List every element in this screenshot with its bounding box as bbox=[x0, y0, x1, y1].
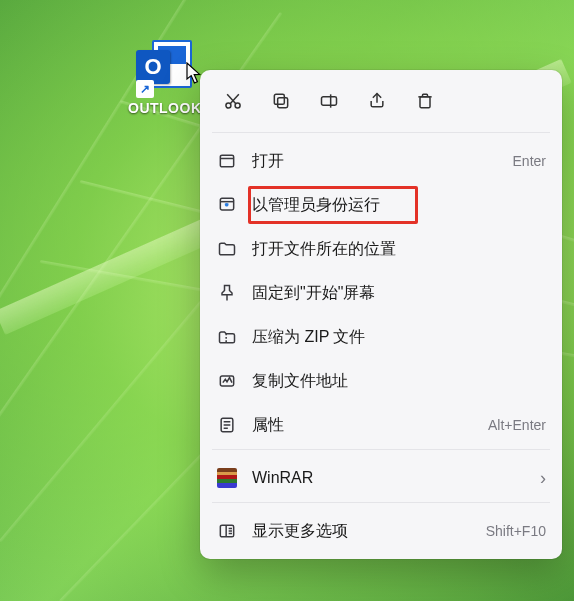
winrar-icon bbox=[216, 467, 238, 489]
menu-item-run-as-admin[interactable]: 以管理员身份运行 bbox=[206, 183, 556, 227]
menu-item-accel: Enter bbox=[513, 153, 546, 169]
menu-item-compress-zip[interactable]: 压缩为 ZIP 文件 bbox=[206, 315, 556, 359]
copy-icon bbox=[271, 91, 291, 111]
folder-icon bbox=[216, 238, 238, 260]
menu-item-copy-path[interactable]: 复制文件地址 bbox=[206, 359, 556, 403]
menu-item-label: 属性 bbox=[252, 415, 474, 436]
menu-item-open[interactable]: 打开 Enter bbox=[206, 139, 556, 183]
context-toolbar bbox=[206, 78, 556, 130]
menu-item-more-options[interactable]: 显示更多选项 Shift+F10 bbox=[206, 509, 556, 553]
menu-item-winrar[interactable]: WinRAR › bbox=[206, 456, 556, 500]
zip-icon bbox=[216, 326, 238, 348]
share-button[interactable] bbox=[356, 82, 398, 120]
more-options-icon bbox=[216, 520, 238, 542]
menu-item-accel: Alt+Enter bbox=[488, 417, 546, 433]
menu-item-label: 打开文件所在的位置 bbox=[252, 239, 546, 260]
svg-rect-5 bbox=[420, 97, 430, 108]
menu-separator bbox=[212, 449, 550, 450]
outlook-icon: O ↗ bbox=[136, 40, 192, 96]
menu-item-accel: Shift+F10 bbox=[486, 523, 546, 539]
window-icon bbox=[216, 150, 238, 172]
cut-button[interactable] bbox=[212, 82, 254, 120]
desktop-shortcut-label: OUTLOOK bbox=[128, 100, 200, 116]
pin-icon bbox=[216, 282, 238, 304]
desktop-shortcut-outlook[interactable]: O ↗ OUTLOOK bbox=[128, 40, 200, 116]
delete-button[interactable] bbox=[404, 82, 446, 120]
shortcut-badge-icon: ↗ bbox=[136, 80, 154, 98]
menu-item-label: 显示更多选项 bbox=[252, 521, 472, 542]
menu-item-label: 固定到"开始"屏幕 bbox=[252, 283, 546, 304]
svg-rect-6 bbox=[220, 155, 233, 167]
trash-icon bbox=[415, 91, 435, 111]
menu-separator bbox=[212, 502, 550, 503]
svg-rect-2 bbox=[278, 98, 288, 108]
chevron-right-icon: › bbox=[540, 468, 546, 489]
copy-path-icon bbox=[216, 370, 238, 392]
properties-icon bbox=[216, 414, 238, 436]
menu-item-label: 以管理员身份运行 bbox=[252, 195, 546, 216]
menu-separator bbox=[212, 132, 550, 133]
scissors-icon bbox=[223, 91, 243, 111]
rename-icon bbox=[319, 91, 339, 111]
menu-item-properties[interactable]: 属性 Alt+Enter bbox=[206, 403, 556, 447]
context-menu: 打开 Enter 以管理员身份运行 打开文件所在的位置 固定到"开始"屏幕 bbox=[200, 70, 562, 559]
menu-item-label: 压缩为 ZIP 文件 bbox=[252, 327, 546, 348]
menu-item-label: 复制文件地址 bbox=[252, 371, 546, 392]
menu-item-open-location[interactable]: 打开文件所在的位置 bbox=[206, 227, 556, 271]
rename-button[interactable] bbox=[308, 82, 350, 120]
shield-icon bbox=[216, 194, 238, 216]
menu-item-label: 打开 bbox=[252, 151, 499, 172]
copy-button[interactable] bbox=[260, 82, 302, 120]
menu-item-label: WinRAR bbox=[252, 469, 526, 487]
menu-item-pin-start[interactable]: 固定到"开始"屏幕 bbox=[206, 271, 556, 315]
share-icon bbox=[367, 91, 387, 111]
svg-rect-4 bbox=[322, 97, 337, 105]
svg-rect-3 bbox=[274, 94, 284, 104]
